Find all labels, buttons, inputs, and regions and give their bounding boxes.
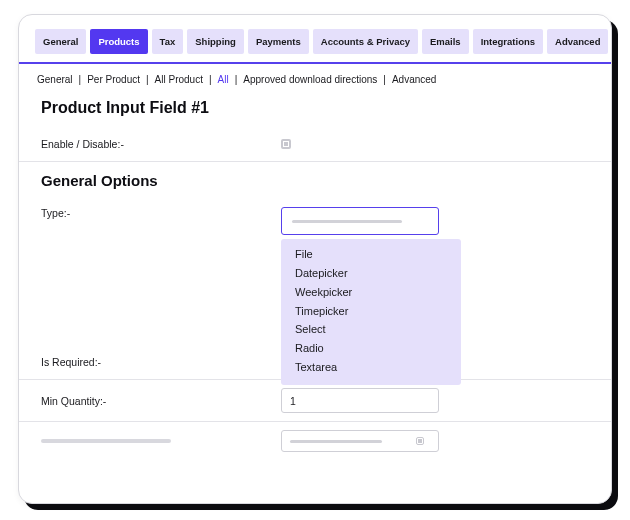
tab-general[interactable]: General [35, 29, 86, 54]
separator-icon: | [79, 74, 82, 85]
secondary-tabs: General | Per Product | All Product | Al… [19, 64, 611, 91]
subtab-advanced[interactable]: Advanced [392, 74, 436, 85]
checkbox-enable-disable[interactable] [281, 139, 291, 149]
separator-icon: | [209, 74, 212, 85]
tab-emails[interactable]: Emails [422, 29, 469, 54]
type-option-weekpicker[interactable]: Weekpicker [295, 285, 447, 300]
placeholder-box-icon [416, 437, 424, 445]
type-option-textarea[interactable]: Textarea [295, 360, 447, 375]
tab-accounts-privacy[interactable]: Accounts & Privacy [313, 29, 418, 54]
type-option-select[interactable]: Select [295, 322, 447, 337]
heading-product-input-field: Product Input Field #1 [19, 91, 611, 127]
type-option-file[interactable]: File [295, 247, 447, 262]
separator-icon: | [146, 74, 149, 85]
type-option-timepicker[interactable]: Timepicker [295, 304, 447, 319]
type-option-datepicker[interactable]: Datepicker [295, 266, 447, 281]
subtab-general[interactable]: General [37, 74, 73, 85]
tab-tax[interactable]: Tax [152, 29, 184, 54]
primary-tabs: General Products Tax Shipping Payments A… [19, 15, 611, 64]
row-enable-disable: Enable / Disable:- [19, 127, 611, 162]
tab-advanced[interactable]: Advanced [547, 29, 608, 54]
type-select[interactable] [281, 207, 439, 235]
control-type: File Datepicker Weekpicker Timepicker Se… [281, 207, 589, 235]
subtab-all[interactable]: All [218, 74, 229, 85]
min-quantity-input[interactable] [281, 388, 439, 413]
subtab-all-product[interactable]: All Product [155, 74, 203, 85]
row-min-quantity: Min Quantity:- [19, 380, 611, 422]
tab-shipping[interactable]: Shipping [187, 29, 244, 54]
tab-products[interactable]: Products [90, 29, 147, 54]
placeholder-select[interactable] [281, 430, 439, 452]
label-placeholder [41, 439, 281, 443]
tab-payments[interactable]: Payments [248, 29, 309, 54]
control-placeholder [281, 430, 589, 452]
row-type: Type:- File Datepicker Weekpicker Timepi… [19, 197, 611, 345]
row-placeholder [19, 422, 611, 460]
control-enable-disable [281, 135, 589, 153]
settings-card: General Products Tax Shipping Payments A… [18, 14, 612, 504]
placeholder-line-icon [292, 220, 402, 223]
label-type: Type:- [41, 207, 281, 219]
type-option-radio[interactable]: Radio [295, 341, 447, 356]
subtab-per-product[interactable]: Per Product [87, 74, 140, 85]
control-min-quantity [281, 388, 589, 413]
placeholder-label-icon [41, 439, 171, 443]
label-is-required: Is Required:- [41, 356, 281, 368]
subtab-approved-download-directions[interactable]: Approved download directions [243, 74, 377, 85]
type-dropdown: File Datepicker Weekpicker Timepicker Se… [281, 239, 461, 385]
label-enable-disable: Enable / Disable:- [41, 138, 281, 150]
tab-integrations[interactable]: Integrations [473, 29, 543, 54]
heading-general-options: General Options [19, 162, 611, 197]
separator-icon: | [383, 74, 386, 85]
separator-icon: | [235, 74, 238, 85]
label-min-quantity: Min Quantity:- [41, 395, 281, 407]
placeholder-line-icon [290, 440, 382, 443]
